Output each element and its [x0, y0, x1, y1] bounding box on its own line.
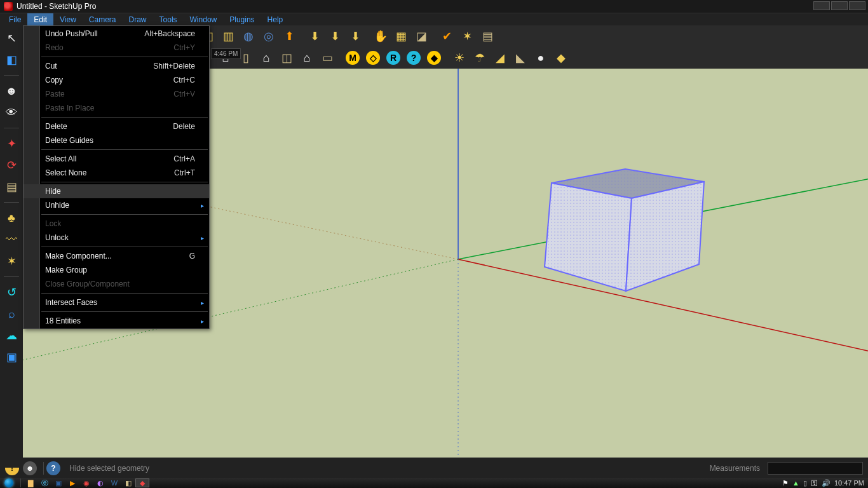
- status-user-icon[interactable]: ☻: [23, 461, 37, 475]
- titlebar: Untitled - SketchUp Pro: [0, 0, 868, 13]
- menu-item-select-all[interactable]: Select AllCtrl+A: [24, 152, 209, 166]
- shade2-icon[interactable]: ◢: [491, 48, 510, 67]
- dl3-icon[interactable]: ⬇: [346, 27, 365, 46]
- slab-icon[interactable]: ▭: [318, 48, 337, 67]
- menu-item-delete[interactable]: DeleteDelete: [24, 119, 209, 133]
- menu-item-delete-guides[interactable]: Delete Guides: [24, 133, 209, 147]
- maximize-button[interactable]: [831, 1, 848, 10]
- up-arrow-icon[interactable]: ⬆: [280, 27, 299, 46]
- menu-item-make-component-[interactable]: Make Component...G: [24, 249, 209, 263]
- grid-icon[interactable]: ▦: [391, 27, 410, 46]
- menu-item-18-entities[interactable]: 18 Entities▸: [24, 314, 209, 328]
- plugin-curve[interactable]: 〰: [3, 231, 20, 248]
- taskbar-word-icon[interactable]: W: [107, 478, 121, 487]
- eye-tool[interactable]: 👁: [3, 104, 20, 121]
- win-icon[interactable]: ◫: [277, 48, 296, 67]
- tray-net-icon[interactable]: ⚿: [811, 479, 818, 487]
- menu-item-undo-push-pull[interactable]: Undo Push/PullAlt+Backspace: [24, 27, 209, 41]
- plugin-tree[interactable]: ♣: [3, 209, 20, 227]
- tray-volume-icon[interactable]: 🔊: [822, 479, 831, 487]
- hand2-icon[interactable]: ✋: [371, 27, 390, 46]
- svg-marker-10: [545, 183, 632, 291]
- dl1-icon[interactable]: ⬇: [305, 27, 324, 46]
- tray-clock[interactable]: 10:47 PM: [834, 479, 864, 487]
- tray-battery-icon[interactable]: ▯: [803, 479, 807, 487]
- plugin-red[interactable]: ✦: [3, 135, 20, 152]
- figure-tool[interactable]: ☻: [3, 82, 20, 100]
- menu-item-paste-in-place: Paste In Place: [24, 101, 209, 115]
- menu-help[interactable]: Help: [261, 13, 290, 25]
- measurements-input[interactable]: [768, 462, 863, 475]
- diamond-btn-icon[interactable]: ◆: [424, 48, 444, 67]
- taskbar-chrome-icon[interactable]: ◉: [79, 478, 93, 487]
- timestamp-badge: 4:46 PM: [211, 48, 241, 59]
- menubar: FileEditViewCameraDrawToolsWindowPlugins…: [0, 13, 868, 25]
- plugin-star[interactable]: ✶: [3, 252, 20, 270]
- minimize-button[interactable]: [813, 1, 830, 10]
- component-tool[interactable]: ◧: [3, 51, 20, 69]
- menu-item-unlock[interactable]: Unlock▸: [24, 231, 209, 245]
- dl2-icon[interactable]: ⬇: [325, 27, 344, 46]
- svg-marker-11: [626, 182, 704, 291]
- r-btn-icon[interactable]: R: [384, 48, 403, 67]
- plugin-cloud[interactable]: ☁: [3, 327, 20, 344]
- d-btn-icon[interactable]: ◇: [363, 48, 383, 67]
- home2-icon[interactable]: ⌂: [257, 48, 276, 67]
- box3-icon[interactable]: ▥: [219, 27, 238, 46]
- plugin-reload[interactable]: ⟳: [3, 156, 20, 174]
- system-tray: ⚑ ▲ ▯ ⚿ 🔊 10:47 PM: [782, 479, 868, 487]
- taskbar-media-icon[interactable]: ▶: [65, 478, 79, 487]
- status-bar: ! ☻ ? Hide selected geometry Measurement…: [0, 458, 868, 478]
- menu-window[interactable]: Window: [184, 13, 224, 25]
- menu-edit[interactable]: Edit: [27, 13, 53, 25]
- menu-item-make-group[interactable]: Make Group: [24, 263, 209, 277]
- ball-icon[interactable]: ●: [531, 48, 550, 67]
- menu-item-copy[interactable]: CopyCtrl+C: [24, 73, 209, 87]
- tray-up-icon[interactable]: ▲: [792, 479, 799, 487]
- select-tool[interactable]: ↖: [3, 29, 20, 47]
- home3-icon[interactable]: ⌂: [297, 48, 316, 67]
- menu-tools[interactable]: Tools: [153, 13, 184, 25]
- taskbar-app1-icon[interactable]: ◐: [93, 478, 107, 487]
- plugin-misc[interactable]: ▣: [3, 348, 20, 366]
- windows-taskbar: ▇ ⓔ ▣ ▶ ◉ ◐ W ◧ ◆ ⚑ ▲ ▯ ⚿ 🔊 10:47 PM: [0, 478, 868, 488]
- shade1-icon[interactable]: ☂: [470, 48, 489, 67]
- q-btn-icon[interactable]: ?: [404, 48, 423, 67]
- menu-view[interactable]: View: [53, 13, 83, 25]
- status-help-icon[interactable]: ?: [46, 461, 60, 475]
- globe2-icon[interactable]: ◎: [259, 27, 278, 46]
- menu-draw[interactable]: Draw: [123, 13, 153, 25]
- plugin-rotate[interactable]: ↺: [3, 283, 20, 301]
- close-button[interactable]: [849, 1, 865, 10]
- plugin-search[interactable]: ⌕: [3, 305, 20, 323]
- menu-file[interactable]: File: [3, 13, 27, 25]
- taskbar-ie-icon[interactable]: ⓔ: [37, 478, 51, 487]
- left-toolbar: ↖◧☻👁✦⟳▤♣〰✶↺⌕☁▣: [0, 25, 23, 468]
- dia2-icon[interactable]: ◆: [552, 48, 571, 67]
- menu-item-select-none[interactable]: Select NoneCtrl+T: [24, 166, 209, 180]
- taskbar-sketchup-icon[interactable]: ◆: [135, 478, 149, 487]
- taskbar-ps-icon[interactable]: ▣: [51, 478, 65, 487]
- check-icon[interactable]: ✔: [437, 27, 456, 46]
- tray-flag-icon[interactable]: ⚑: [782, 479, 789, 487]
- shade3-icon[interactable]: ◣: [511, 48, 530, 67]
- menu-camera[interactable]: Camera: [83, 13, 123, 25]
- taskbar-explorer-icon[interactable]: ▇: [24, 478, 37, 487]
- globe1-icon[interactable]: ◍: [239, 27, 258, 46]
- menu-item-hide[interactable]: Hide: [24, 184, 209, 198]
- menu-item-cut[interactable]: CutShift+Delete: [24, 59, 209, 73]
- spark-icon[interactable]: ✶: [458, 27, 477, 46]
- frame-icon[interactable]: ◪: [412, 27, 431, 46]
- start-button[interactable]: [0, 478, 18, 488]
- selected-cube: [545, 169, 704, 291]
- m-btn-icon[interactable]: M: [343, 48, 362, 67]
- menu-item-lock: Lock: [24, 217, 209, 231]
- menu-item-paste: PasteCtrl+V: [24, 87, 209, 101]
- menu-plugins[interactable]: Plugins: [223, 13, 261, 25]
- plugin-image[interactable]: ▤: [3, 178, 20, 196]
- menu-item-intersect-faces[interactable]: Intersect Faces▸: [24, 295, 209, 309]
- sun1-icon[interactable]: ☀: [450, 48, 469, 67]
- menu-item-unhide[interactable]: Unhide▸: [24, 198, 209, 212]
- taskbar-app2-icon[interactable]: ◧: [121, 478, 135, 487]
- cal-icon[interactable]: ▤: [478, 27, 497, 46]
